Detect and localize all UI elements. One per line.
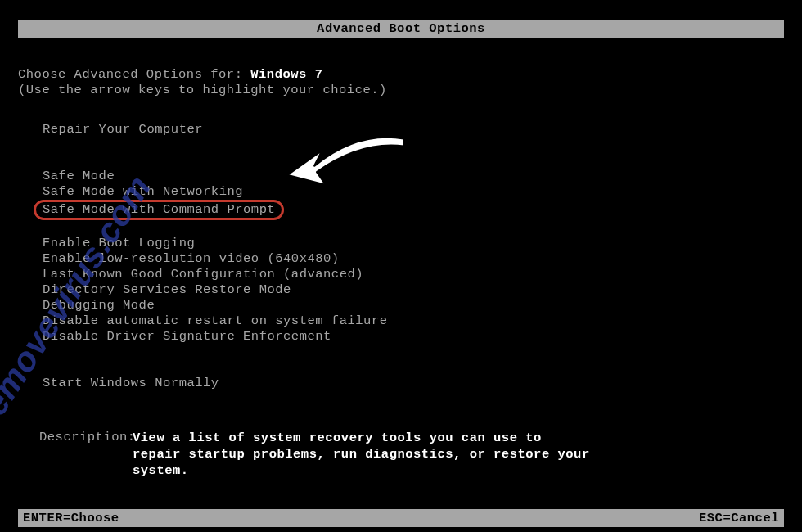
menu-directory-services-restore[interactable]: Directory Services Restore Mode — [43, 282, 387, 298]
footer-bar: ENTER=Choose ESC=Cancel — [18, 509, 784, 527]
pointer-arrow-icon — [270, 127, 413, 205]
menu-disable-driver-signature[interactable]: Disable Driver Signature Enforcement — [43, 329, 387, 345]
menu-enable-boot-logging[interactable]: Enable Boot Logging — [43, 236, 387, 251]
menu-safe-mode-command-prompt[interactable]: Safe Mode with Command Prompt — [34, 200, 284, 220]
menu-low-res-video[interactable]: Enable low-resolution video (640x480) — [43, 251, 387, 267]
description-label: Description: — [39, 430, 133, 479]
menu-debugging-mode[interactable]: Debugging Mode — [43, 298, 387, 313]
menu-disable-auto-restart[interactable]: Disable automatic restart on system fail… — [43, 313, 387, 329]
description-text: View a list of system recovery tools you… — [133, 430, 591, 479]
footer-enter: ENTER=Choose — [23, 511, 119, 525]
choose-advanced-line: Choose Advanced Options for: Windows 7 — [18, 67, 322, 82]
title-text: Advanced Boot Options — [317, 21, 485, 36]
title-bar: Advanced Boot Options — [18, 20, 784, 38]
os-name: Windows 7 — [250, 67, 322, 82]
description-block: Description: View a list of system recov… — [39, 430, 591, 479]
menu-start-windows-normally[interactable]: Start Windows Normally — [43, 376, 387, 391]
menu-last-known-good[interactable]: Last Known Good Configuration (advanced) — [43, 267, 387, 282]
footer-esc: ESC=Cancel — [699, 511, 779, 525]
choose-prefix: Choose Advanced Options for: — [18, 67, 250, 82]
arrow-keys-hint: (Use the arrow keys to highlight your ch… — [18, 83, 387, 97]
